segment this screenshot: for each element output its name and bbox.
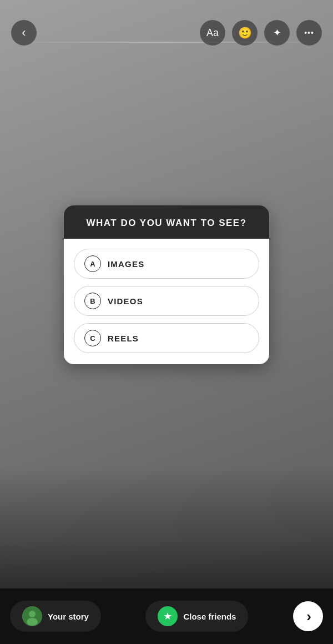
bottom-bar: Your story ★ Close friends ›: [0, 588, 333, 644]
top-bar-right: Aa 🙂 ✦ •••: [200, 20, 322, 46]
option-letter-b: B: [84, 293, 101, 309]
text-tool-label: Aa: [206, 27, 219, 39]
option-text-a: IMAGES: [108, 259, 144, 269]
poll-option-c[interactable]: C REELS: [74, 323, 259, 353]
sparkle-effect-button[interactable]: ✦: [264, 20, 290, 46]
face-effect-button[interactable]: 🙂: [232, 20, 258, 46]
option-letter-a: A: [84, 255, 101, 272]
option-text-c: REELS: [108, 334, 139, 343]
your-story-button[interactable]: Your story: [10, 601, 101, 632]
text-tool-button[interactable]: Aa: [200, 20, 225, 46]
svg-point-1: [29, 611, 36, 617]
close-friends-label: Close friends: [183, 612, 236, 621]
poll-options: A IMAGES B VIDEOS C REELS: [64, 239, 269, 364]
background-object: [0, 466, 333, 588]
sparkle-icon: ✦: [273, 27, 281, 39]
next-icon: ›: [306, 608, 311, 625]
close-friends-button[interactable]: ★ Close friends: [145, 601, 248, 632]
option-letter-c: C: [84, 330, 101, 346]
poll-option-a[interactable]: A IMAGES: [74, 249, 259, 279]
option-text-b: VIDEOS: [108, 296, 143, 306]
more-options-button[interactable]: •••: [296, 20, 322, 46]
poll-question: WHAT DO YOU WANT TO SEE?: [86, 218, 246, 228]
poll-widget: WHAT DO YOU WANT TO SEE? A IMAGES B VIDE…: [64, 205, 269, 364]
close-friends-star-icon: ★: [158, 606, 178, 626]
your-story-label: Your story: [48, 612, 89, 621]
more-icon: •••: [304, 28, 314, 37]
top-bar: ‹ Aa 🙂 ✦ •••: [0, 0, 333, 50]
poll-header: WHAT DO YOU WANT TO SEE?: [64, 205, 269, 239]
poll-option-b[interactable]: B VIDEOS: [74, 286, 259, 316]
face-icon: 🙂: [238, 26, 252, 39]
next-button[interactable]: ›: [293, 601, 323, 631]
your-story-avatar: [22, 606, 42, 626]
back-button[interactable]: ‹: [11, 20, 37, 46]
svg-point-2: [27, 618, 38, 626]
